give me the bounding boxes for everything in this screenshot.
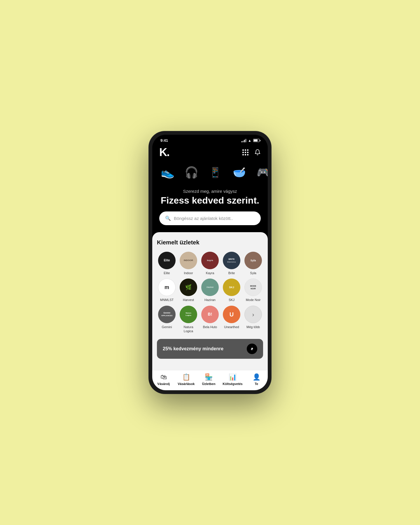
store-brite[interactable]: BRITEElectronics Brite [222,252,242,275]
status-icons: ▲ [242,139,260,143]
battery-fill [254,139,258,141]
signal-icon [242,139,246,142]
store-gemini[interactable]: GeminiAPPLIANCES Gemini [157,306,177,333]
product-tablet[interactable]: 📱 [205,164,226,181]
store-logo-mode-noir: MODENOIR [244,279,262,296]
nav-label-shop: Vásárolj [157,382,170,386]
nav-icon-profile: 👤 [253,373,260,381]
nav-icon-purchases: 📋 [182,373,190,381]
nav-budget[interactable]: 📊 Költségvetés [223,373,242,386]
store-label-skj: SKJ [229,298,235,302]
store-logo-kayra: kayra [201,252,219,269]
phone-screen: 9:41 ▲ K. [152,135,268,390]
store-logo-syla: Syla [244,252,262,269]
nav-profile[interactable]: 👤 Te [248,373,265,386]
store-bela-huto[interactable]: B! Bela Huto [200,306,220,333]
store-label-unearthed: Unearthed [224,325,239,329]
store-indoor[interactable]: INDOOR Indoor [178,252,198,275]
app-logo: K. [159,147,169,158]
product-headphones[interactable]: 🎧 [181,164,202,181]
store-label-harvest: Harvest [183,298,194,302]
store-mode-noir[interactable]: MODENOIR Mode Noir [243,279,263,302]
store-syla[interactable]: Syla Syla [243,252,263,275]
store-label-indoor: Indoor [184,271,193,275]
store-logo-elite: Elite [158,252,176,269]
battery-icon [253,139,260,142]
nav-label-budget: Költségvetés [223,382,242,386]
main-content: Kiemelt üzletek Elite Elite INDOOR Indoo… [152,232,268,370]
nav-icon-budget: 📊 [229,373,237,381]
store-elite[interactable]: Elite Elite [157,252,177,275]
search-placeholder: Böngéssz az ajánlatok között.. [174,216,233,221]
hero-section: Szerezd meg, amire vágysz Fizess kedved … [152,186,268,232]
store-harvest[interactable]: 🌿 Harvest [178,279,198,302]
store-mnmlst[interactable]: m MNMLST [157,279,177,302]
status-time: 9:41 [160,138,168,143]
store-natura-logica[interactable]: NaturaLogica NaturaLogica [178,306,198,333]
store-skj[interactable]: SKJ SKJ [222,279,242,302]
wifi-icon: ▲ [248,139,251,143]
grid-dots-icon [242,149,249,155]
store-label-gemini: Gemini [162,325,172,329]
store-logo-harvest: 🌿 [180,279,197,296]
store-label-syla: Syla [250,271,256,275]
store-logo-unearthed: U [223,306,240,323]
store-label-brite: Brite [228,271,235,275]
store-label-mode-noir: Mode Noir [246,298,261,302]
hero-subtitle: Szerezd meg, amire vágysz [159,189,261,194]
nav-label-profile: Te [255,382,258,386]
store-logo-natura-logica: NaturaLogica [180,306,197,323]
store-logo-haziran: Haziran [201,279,219,296]
header-icons [242,149,261,155]
store-label-kayra: Kayra [206,271,214,275]
store-logo-brite: BRITEElectronics [223,252,240,269]
promo-text: 25% kedvezmény mindenre [163,346,223,351]
bell-button[interactable] [254,149,261,155]
nav-purchases[interactable]: 📋 Vásárlások [177,373,195,386]
dynamic-island [192,138,228,148]
product-sneakers[interactable]: 👟 [157,164,178,181]
store-label-more: Még több [246,325,260,329]
nav-label-instore: Üzletben [202,382,216,386]
store-label-natura-logica: NaturaLogica [183,325,193,333]
store-label-elite: Elite [164,271,170,275]
store-logo-mnmlst: m [158,279,176,296]
store-logo-more: › [244,306,262,323]
nav-icon-shop: 🛍 [160,373,167,381]
grid-menu-button[interactable] [242,149,249,155]
store-label-haziran: Haziran [204,298,216,302]
store-label-mnmlst: MNMLST [160,298,174,302]
search-bar[interactable]: 🔍 Böngéssz az ajánlatok között.. [159,211,261,225]
product-category-strip: 👟 🎧 📱 🥣 🎮 👜 [152,164,268,186]
promo-banner[interactable]: 25% kedvezmény mindenre [157,339,263,359]
store-logo-bela-huto: B! [201,306,219,323]
store-haziran[interactable]: Haziran Haziran [200,279,220,302]
bottom-nav: 🛍 Vásárolj 📋 Vásárlások 🏪 Üzletben 📊 Köl… [152,370,268,390]
store-kayra[interactable]: kayra Kayra [200,252,220,275]
product-gamepad[interactable]: 🎮 [253,164,268,181]
store-logo-skj: SKJ [223,279,240,296]
store-logo-indoor: INDOOR [180,252,197,269]
store-logo-gemini: GeminiAPPLIANCES [158,306,176,323]
nav-shop[interactable]: 🛍 Vásárolj [155,373,172,386]
nav-icon-instore: 🏪 [205,373,213,381]
featured-section-title: Kiemelt üzletek [157,239,263,246]
store-label-bela-huto: Bela Huto [203,325,217,329]
stores-grid: Elite Elite INDOOR Indoor kayra Kayra [157,252,263,333]
product-mixer[interactable]: 🥣 [229,164,250,181]
search-icon: 🔍 [165,216,171,221]
phone-device: 9:41 ▲ K. [149,131,271,394]
promo-brand-logo [247,344,257,354]
nav-label-purchases: Vásárlások [178,382,195,386]
nav-instore[interactable]: 🏪 Üzletben [200,373,218,386]
store-unearthed[interactable]: U Unearthed [222,306,242,333]
hero-title: Fizess kedved szerint. [159,195,261,206]
store-more[interactable]: › Még több [243,306,263,333]
